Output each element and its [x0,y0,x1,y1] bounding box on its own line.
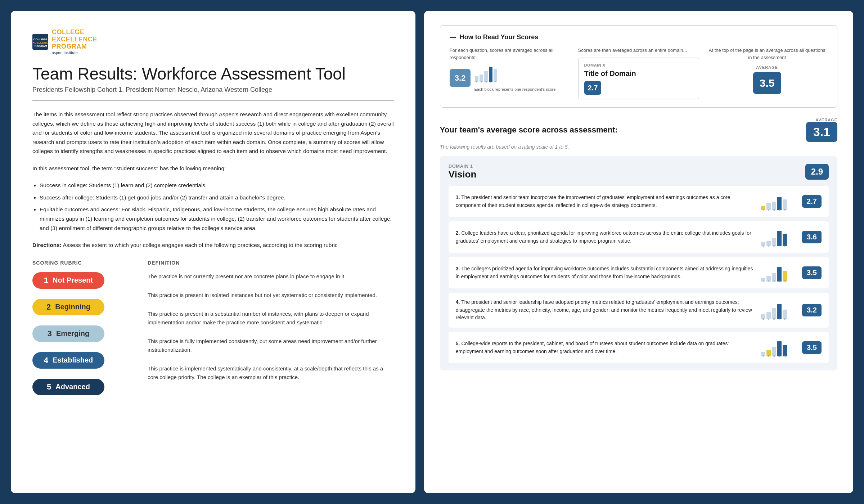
q3-score: 3.5 [802,266,822,279]
svg-text:COLLEGE: COLLEGE [33,38,48,41]
svg-rect-47 [777,304,782,319]
right-panel: How to Read Your Scores For each questio… [424,11,853,493]
domain-header-row: DOMAIN 1 Vision 2.9 [449,163,829,180]
domain-label: DOMAIN 1 [449,163,477,169]
svg-rect-8 [494,69,497,82]
q5-score: 3.5 [802,341,822,354]
svg-text:2: 2 [768,317,770,320]
scoring-header: SCORING RUBRIC [32,260,133,266]
def-5: This practice is implemented systematica… [148,364,394,382]
def-4: This practice is fully implemented consi… [148,337,394,354]
page-subtitle: Presidents Fellowship Cohort 1, Presiden… [32,86,394,94]
q1-bars: 1 2 3 4 5 [760,192,793,211]
divider [32,100,394,100]
svg-text:4: 4 [779,244,780,247]
def-3: This practice is present in a substantia… [148,310,394,327]
how-to-box: How to Read Your Scores For each questio… [440,25,837,108]
logo-area: COLLEGE EXCELLENCE PROGRAM COLLEGE EXCEL… [32,29,394,55]
svg-rect-7 [489,67,492,82]
demo-bar-label: Each block represents one respondent's s… [474,86,555,93]
svg-text:2: 2 [768,208,770,211]
domain-score-badge: 2.9 [805,164,829,180]
svg-text:3: 3 [485,81,487,84]
score-demo: 3.2 1 2 3 4 [450,64,571,92]
svg-text:3: 3 [773,317,775,320]
badge-emerging: 3 Emerging [32,325,104,342]
question-chart-3: 1 2 3 4 5 [760,263,793,283]
bullet-1: Success in college: Students (1) learn a… [40,181,394,190]
question-text-4: 4. The president and senior leadership h… [456,298,755,322]
svg-text:5: 5 [784,280,786,283]
left-panel: COLLEGE EXCELLENCE PROGRAM COLLEGE EXCEL… [11,11,415,493]
domain-section: DOMAIN 1 Vision 2.9 1. The president and… [440,156,837,370]
how-to-col-3: Scores are then averaged across an entir… [578,47,699,99]
demo-bars-chart: 1 2 3 4 5 [474,64,499,84]
bullet-3: Equitable outcomes and access: For Black… [40,205,394,233]
logo-text: COLLEGE EXCELLENCE PROGRAM [52,29,97,50]
svg-text:3: 3 [773,208,775,211]
domain-score-box: DOMAIN X Title of Domain 2.7 [578,58,699,100]
team-score-title: Your team's average score across assessm… [440,125,618,135]
svg-text:1: 1 [762,208,764,211]
domain-title: Vision [449,169,477,180]
svg-text:3: 3 [773,244,775,247]
svg-text:1: 1 [762,244,764,247]
intro-text: The items in this assessment tool reflec… [32,110,394,156]
logo-icon: COLLEGE EXCELLENCE PROGRAM [32,34,48,50]
svg-text:4: 4 [779,208,780,211]
svg-text:2: 2 [768,244,770,247]
rubric-item-5: 5 Advanced [32,379,133,395]
scoring-left: SCORING RUBRIC 1 Not Present 2 Beginning [32,260,133,405]
team-avg-box: AVERAGE 3.1 [806,118,837,142]
question-text-5: 5. College-wide reports to the president… [456,340,755,355]
svg-text:3: 3 [773,355,775,357]
scoring-section: SCORING RUBRIC 1 Not Present 2 Beginning [32,260,394,405]
q2-score: 3.6 [802,231,822,243]
q4-score: 3.2 [802,304,822,316]
svg-rect-37 [777,267,782,282]
def-2: This practice is present in isolated ins… [148,291,394,300]
q5-bars: 1 2 3 4 5 [760,338,793,357]
svg-rect-27 [777,231,782,246]
rubric-item-1: 1 Not Present [32,272,133,289]
demo-score: 3.2 [450,69,471,87]
q2-bars: 1 2 3 4 5 [760,227,793,247]
def-1: The practice is not currently present no… [148,272,394,281]
rubric-item-3: 3 Emerging [32,325,133,342]
svg-text:1: 1 [762,317,764,320]
badge-established: 4 Established [32,352,104,369]
rubric-item-4: 4 Established [32,352,133,369]
bullet-2: Success after college: Students (1) get … [40,193,394,202]
question-item-2: 2. College leaders have a clear, priorit… [449,221,829,253]
term-intro: In this assessment tool, the term "stude… [32,164,394,173]
svg-text:4: 4 [779,280,780,283]
q3-bars: 1 2 3 4 5 [760,263,793,283]
how-to-header: How to Read Your Scores [450,33,828,41]
svg-text:4: 4 [490,81,492,84]
directions-text: Directions: Assess the extent to which y… [32,240,394,250]
team-score-subtitle: The following results are based on a rat… [440,144,837,150]
svg-text:5: 5 [784,355,786,357]
svg-text:5: 5 [784,208,786,211]
question-text-1: 1. The president and senior team incorpo… [456,194,755,209]
page-title: Team Results: Workforce Assessment Tool [32,65,394,83]
svg-text:EXCELLENCE: EXCELLENCE [32,41,48,44]
bullet-list: Success in college: Students (1) learn a… [40,181,394,233]
rubric-item-2: 2 Beginning [32,299,133,315]
svg-text:5: 5 [784,244,786,247]
svg-rect-57 [777,341,782,356]
svg-text:1: 1 [762,280,764,283]
badge-not-present: 1 Not Present [32,272,104,289]
question-chart-2: 1 2 3 4 5 [760,227,793,247]
q4-bars: 1 2 3 4 5 [760,300,793,320]
badge-advanced: 5 Advanced [32,379,104,395]
how-to-content: For each question, scores are averaged a… [450,47,828,99]
how-to-col-4: At the top of the page is an average acr… [706,47,828,94]
svg-text:PROGRAM: PROGRAM [34,45,47,47]
svg-text:2: 2 [768,355,770,357]
question-item-4: 4. The president and senior leadership h… [449,293,829,328]
main-container: COLLEGE EXCELLENCE PROGRAM COLLEGE EXCEL… [11,11,853,493]
svg-text:4: 4 [779,355,780,357]
question-chart-1: 1 2 3 4 5 [760,192,793,211]
scoring-right: DEFINITION The practice is not currently… [148,260,394,405]
